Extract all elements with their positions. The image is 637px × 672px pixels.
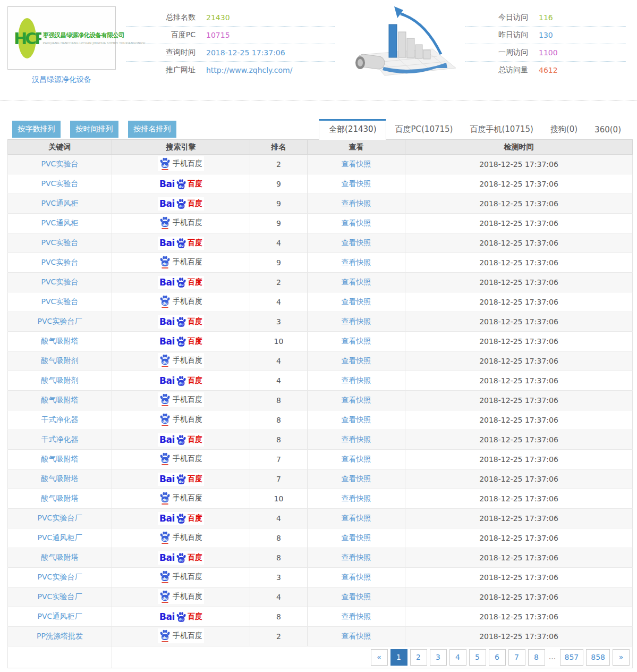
rank-value: 9: [250, 253, 308, 273]
tab-360[interactable]: 360(0): [586, 120, 630, 139]
baidu-paw-icon: du: [159, 255, 171, 269]
snapshot-link[interactable]: 查看快照: [342, 632, 371, 640]
snapshot-link[interactable]: 查看快照: [342, 376, 371, 384]
page-button[interactable]: 857: [560, 649, 584, 666]
page-button[interactable]: 8: [528, 649, 545, 666]
snapshot-link[interactable]: 查看快照: [342, 396, 371, 404]
snapshot-link[interactable]: 查看快照: [342, 159, 371, 168]
tab-all[interactable]: 全部(21430): [319, 119, 386, 140]
sort-by-time-button[interactable]: 按时间排列: [70, 121, 118, 138]
tab-sogou[interactable]: 搜狗(0): [542, 120, 586, 139]
snapshot-link[interactable]: 查看快照: [342, 238, 371, 247]
baidu-mobile-engine: du 手机百度: [158, 392, 204, 407]
keyword-link[interactable]: PVC实验台: [41, 159, 79, 168]
keyword-link[interactable]: PVC实验台厂: [38, 592, 82, 601]
page-button[interactable]: 1: [390, 649, 407, 666]
keyword-link[interactable]: PVC实验台: [41, 238, 79, 247]
keyword-link[interactable]: 干式净化器: [41, 415, 79, 424]
page-button[interactable]: 7: [508, 649, 525, 666]
snapshot-link[interactable]: 查看快照: [342, 179, 371, 188]
snapshot-link[interactable]: 查看快照: [342, 317, 371, 325]
engine-label: 手机百度: [173, 631, 202, 641]
baidu-paw-icon: du: [159, 393, 171, 407]
table-row: PP洗涤塔批发 du 手机百度 2 查看快照 2018-12-25 17:37:…: [8, 627, 633, 646]
snapshot-link[interactable]: 查看快照: [342, 199, 371, 207]
baidu-logo-bai: Bai: [159, 198, 175, 209]
snapshot-link[interactable]: 查看快照: [342, 533, 371, 542]
svg-text:du: du: [179, 617, 183, 620]
keyword-link[interactable]: PP洗涤塔批发: [37, 632, 83, 640]
keyword-link[interactable]: 酸气吸附塔: [41, 474, 79, 483]
engine-label: 手机百度: [173, 415, 202, 424]
baidu-logo-bai: Bai: [159, 179, 175, 189]
keyword-link[interactable]: PVC通风柜: [41, 199, 79, 207]
keyword-link[interactable]: 干式净化器: [41, 435, 79, 443]
snapshot-link[interactable]: 查看快照: [342, 337, 371, 345]
keyword-link[interactable]: PVC实验台: [41, 258, 79, 266]
snapshot-link[interactable]: 查看快照: [342, 435, 371, 443]
keyword-link[interactable]: PVC通风柜厂: [38, 612, 82, 620]
keyword-link[interactable]: PVC实验台厂: [38, 573, 82, 581]
sort-by-wordcount-button[interactable]: 按字数排列: [12, 121, 61, 138]
baidu-logo-cn: 百度: [188, 612, 202, 621]
baidu-paw-icon: du: [176, 513, 186, 525]
table-row: 酸气吸附剂 du 手机百度 4 查看快照 2018-12-25 17:37:06: [8, 351, 633, 371]
page-next-button[interactable]: »: [613, 649, 630, 666]
snapshot-link[interactable]: 查看快照: [342, 455, 371, 463]
keyword-link[interactable]: PVC通风柜厂: [38, 533, 82, 542]
snapshot-link[interactable]: 查看快照: [342, 297, 371, 306]
keyword-link[interactable]: PVC实验台厂: [38, 317, 82, 325]
snapshot-link[interactable]: 查看快照: [342, 592, 371, 601]
baidu-logo-cn: 百度: [188, 199, 202, 208]
tab-baidu-mobile[interactable]: 百度手机(10715): [461, 120, 541, 139]
page-button[interactable]: 858: [586, 649, 610, 666]
keyword-link[interactable]: PVC通风柜: [41, 219, 79, 227]
page-button[interactable]: 3: [430, 649, 447, 666]
engine-label: 手机百度: [173, 493, 202, 503]
promo-url-link[interactable]: http://www.zqhcly.com/: [206, 66, 292, 74]
check-time: 2018-12-25 17:37:06: [405, 174, 633, 194]
tab-baidu-pc[interactable]: 百度PC(10715): [386, 120, 461, 139]
snapshot-link[interactable]: 查看快照: [342, 514, 371, 522]
company-pinyin: ZAOQIANG HANCHANG LVYUAN JINGHUA SHEBEI …: [43, 41, 111, 45]
rank-value: 3: [250, 568, 308, 587]
keyword-link[interactable]: 酸气吸附塔: [41, 455, 79, 463]
keyword-link[interactable]: 酸气吸附塔: [41, 396, 79, 404]
baidu-pc-engine: Bai du 百度: [158, 335, 204, 348]
svg-text:du: du: [163, 360, 168, 365]
svg-text:du: du: [163, 577, 168, 581]
engine-label: 手机百度: [173, 356, 202, 365]
page-button[interactable]: 5: [469, 649, 486, 666]
keyword-link[interactable]: 酸气吸附塔: [41, 553, 79, 561]
sort-by-rank-button[interactable]: 按排名排列: [128, 121, 176, 138]
snapshot-link[interactable]: 查看快照: [342, 494, 371, 502]
snapshot-link[interactable]: 查看快照: [342, 219, 371, 227]
col-header-rank: 排名: [250, 140, 308, 155]
keyword-link[interactable]: 酸气吸附塔: [41, 337, 79, 345]
snapshot-link[interactable]: 查看快照: [342, 415, 371, 424]
keyword-link[interactable]: PVC实验台: [41, 278, 79, 286]
keyword-link[interactable]: 酸气吸附塔: [41, 494, 79, 502]
baidu-paw-icon: du: [159, 629, 171, 643]
page-button[interactable]: 4: [449, 649, 466, 666]
snapshot-link[interactable]: 查看快照: [342, 258, 371, 266]
engine-tabs: 全部(21430) 百度PC(10715) 百度手机(10715) 搜狗(0) …: [319, 119, 630, 139]
keyword-link[interactable]: 酸气吸附剂: [41, 356, 79, 365]
keyword-link[interactable]: 酸气吸附剂: [41, 376, 79, 384]
snapshot-link[interactable]: 查看快照: [342, 278, 371, 286]
page-prev-button[interactable]: «: [371, 649, 388, 666]
keyword-link[interactable]: PVC实验台: [41, 179, 79, 188]
baidu-mobile-engine: du 手机百度: [158, 589, 204, 604]
keyword-link[interactable]: PVC实验台厂: [38, 514, 82, 522]
page-button[interactable]: 6: [489, 649, 506, 666]
svg-text:du: du: [163, 498, 168, 502]
page-button[interactable]: 2: [410, 649, 427, 666]
stat-query-time: 查询时间 2018-12-25 17:37:06: [126, 44, 335, 61]
snapshot-link[interactable]: 查看快照: [342, 474, 371, 483]
rank-value: 2: [250, 155, 308, 174]
snapshot-link[interactable]: 查看快照: [342, 553, 371, 561]
snapshot-link[interactable]: 查看快照: [342, 356, 371, 365]
snapshot-link[interactable]: 查看快照: [342, 612, 371, 620]
snapshot-link[interactable]: 查看快照: [342, 573, 371, 581]
keyword-link[interactable]: PVC实验台: [41, 297, 79, 306]
